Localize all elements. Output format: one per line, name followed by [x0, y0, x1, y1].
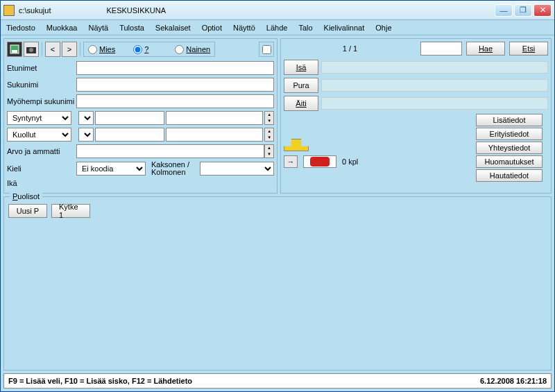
dissolve-bar	[321, 79, 548, 92]
spouses-label: Puolisot	[10, 192, 42, 201]
relations-panel: 1 / 1 Hae Etsi Isä Pura Äiti Lisätiedot …	[280, 38, 552, 194]
born-place-input[interactable]	[166, 111, 263, 125]
radio-unknown-label: ?	[144, 45, 148, 53]
menu-tiedosto[interactable]: Tiedosto	[3, 22, 38, 33]
radio-unknown[interactable]	[133, 45, 142, 54]
died-place-input[interactable]	[166, 128, 263, 142]
etsi-button[interactable]: Etsi	[509, 42, 548, 56]
died-spin[interactable]: ▲▼	[264, 128, 274, 142]
record-counter: 1 / 1	[284, 44, 416, 53]
menu-kielivalinnat[interactable]: Kielivalinnat	[321, 22, 368, 33]
father-bar	[321, 61, 548, 74]
firstnames-input[interactable]	[76, 61, 274, 75]
menu-lahde[interactable]: Lähde	[264, 22, 291, 33]
language-select[interactable]: Ei koodia	[76, 162, 146, 176]
car-icon	[310, 157, 330, 167]
menubar: Tiedosto Muokkaa Näytä Tulosta Sekalaise…	[1, 20, 554, 35]
link-spouse-button[interactable]: Kytke 1	[51, 204, 90, 218]
hautatiedot-button[interactable]: Hautatiedot	[476, 169, 543, 182]
dissolve-button[interactable]: Pura	[284, 78, 318, 93]
spouses-panel: Puolisot Uusi P Kytke 1	[3, 196, 552, 370]
twin-label: Kaksonen / Kolmonen	[151, 161, 200, 176]
minimize-button[interactable]: —	[495, 4, 513, 17]
status-datetime: 6.12.2008 16:21:18	[480, 377, 547, 385]
flag-checkbox-box	[259, 42, 274, 57]
language-label: Kieli	[7, 164, 76, 173]
born-date-input[interactable]	[95, 111, 164, 125]
window-path: c:\sukujut	[19, 6, 51, 15]
svg-point-3	[29, 48, 33, 52]
menu-naytto[interactable]: Näyttö	[230, 22, 258, 33]
kpl-count: 0 kpl	[342, 157, 358, 166]
radio-female[interactable]	[175, 45, 184, 54]
gender-radio-group: Mies ? Nainen	[83, 42, 215, 57]
flag-checkbox[interactable]	[262, 45, 271, 54]
surname-label: Sukunimi	[7, 80, 76, 89]
erityistiedot-button[interactable]: Erityistiedot	[476, 128, 543, 140]
later-surname-input[interactable]	[76, 94, 274, 108]
menu-muokkaa[interactable]: Muokkaa	[44, 22, 80, 33]
vehicle-box	[303, 155, 336, 168]
father-button[interactable]: Isä	[284, 60, 318, 75]
surname-input[interactable]	[76, 78, 274, 92]
menu-nayta[interactable]: Näytä	[85, 22, 111, 33]
statusbar: F9 = Lisää veli, F10 = Lisää sisko, F12 …	[3, 373, 552, 389]
menu-ohje[interactable]: Ohje	[373, 22, 394, 33]
person-form-panel: < > Mies ? Nainen Etunimet Sukunimi Myöh…	[3, 38, 278, 194]
svg-rect-1	[12, 50, 17, 53]
born-select[interactable]: Syntynyt	[7, 111, 71, 125]
age-label: Ikä	[7, 179, 76, 187]
lisatiedot-button[interactable]: Lisätiedot	[476, 114, 543, 126]
died-date-input[interactable]	[95, 128, 164, 142]
prev-button[interactable]: <	[45, 42, 60, 57]
new-spouse-button[interactable]: Uusi P	[8, 204, 47, 218]
later-surname-label: Myöhempi sukunimi	[7, 97, 76, 105]
search-input[interactable]	[420, 42, 462, 56]
died-qualifier-select[interactable]	[78, 128, 94, 142]
menu-talo[interactable]: Talo	[296, 22, 315, 33]
titlebar: c:\sukujut KESKUSIKKUNA — ❐ ✕	[1, 1, 554, 20]
status-hint: F9 = Lisää veli, F10 = Lisää sisko, F12 …	[8, 377, 480, 385]
arrow-right-button[interactable]: →	[284, 155, 298, 168]
save-icon[interactable]	[7, 42, 22, 57]
born-qualifier-select[interactable]	[78, 111, 94, 125]
close-button[interactable]: ✕	[533, 4, 552, 17]
menu-tulosta[interactable]: Tulosta	[117, 22, 147, 33]
occupation-spin[interactable]: ▲▼	[264, 144, 274, 158]
radio-male-label: Mies	[99, 45, 115, 53]
radio-female-label: Nainen	[186, 45, 210, 53]
hae-button[interactable]: Hae	[466, 42, 505, 56]
yhteystiedot-button[interactable]: Yhteystiedot	[476, 142, 543, 154]
mother-button[interactable]: Äiti	[284, 96, 318, 111]
firstnames-label: Etunimet	[7, 64, 76, 72]
menu-optiot[interactable]: Optiot	[199, 22, 225, 33]
twin-select[interactable]	[200, 162, 274, 176]
window-title: KESKUSIKKUNA	[106, 6, 166, 15]
tractor-icon	[284, 139, 309, 151]
radio-male[interactable]	[88, 45, 97, 54]
mother-bar	[321, 97, 548, 110]
occupation-label: Arvo ja ammatti	[7, 147, 76, 155]
occupation-input[interactable]	[76, 144, 264, 158]
camera-icon[interactable]	[24, 42, 39, 57]
born-spin[interactable]: ▲▼	[264, 111, 274, 125]
app-icon	[3, 5, 15, 16]
died-select[interactable]: Kuollut	[7, 128, 71, 142]
next-button[interactable]: >	[62, 42, 77, 57]
restore-button[interactable]: ❐	[514, 4, 532, 17]
huomautukset-button[interactable]: Huomautukset	[476, 155, 543, 168]
menu-sekalaiset[interactable]: Sekalaiset	[153, 22, 194, 33]
